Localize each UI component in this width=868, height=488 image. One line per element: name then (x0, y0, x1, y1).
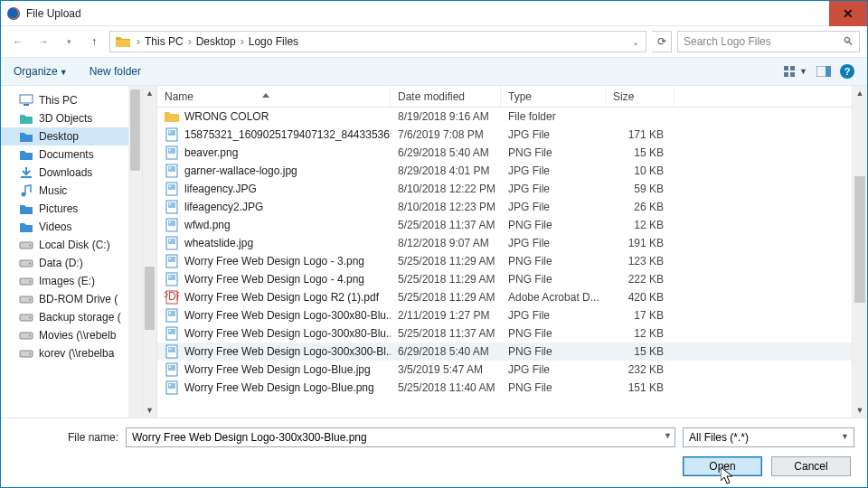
column-size[interactable]: Size (606, 86, 675, 107)
file-name: wfwd.png (184, 219, 231, 231)
file-row[interactable]: wheatslide.jpg 8/12/2018 9:07 AM JPG Fil… (157, 234, 867, 252)
tree-item[interactable]: Music (1, 182, 142, 200)
file-name: garner-wallace-logo.jpg (184, 164, 297, 177)
breadcrumb-item[interactable]: Desktop (194, 35, 238, 48)
tree-item[interactable]: This PC (1, 91, 142, 109)
chevron-down-icon[interactable]: ▼ (664, 431, 672, 440)
breadcrumb-separator: › (134, 35, 143, 48)
tree-scrollbar[interactable] (128, 86, 142, 418)
file-type: PNG File (501, 345, 606, 358)
file-row[interactable]: Worry Free Web Design Logo-300x80-Blu...… (157, 306, 867, 324)
file-row[interactable]: Worry Free Web Design Logo-Blue.jpg 3/5/… (157, 361, 867, 379)
tree-item[interactable]: BD-ROM Drive ( (1, 290, 142, 308)
file-size: 59 KB (606, 183, 675, 195)
file-date: 8/29/2018 4:01 PM (391, 164, 501, 177)
column-name[interactable]: Name (157, 86, 391, 107)
tree-item-label: Data (D:) (39, 257, 83, 269)
breadcrumb-item[interactable]: This PC (143, 35, 185, 48)
svg-point-50 (169, 276, 171, 277)
cancel-button[interactable]: Cancel (771, 456, 851, 476)
file-name: Worry Free Web Design Logo-300x80-Blu... (184, 327, 391, 340)
file-row[interactable]: garner-wallace-logo.jpg 8/29/2018 4:01 P… (157, 162, 867, 180)
file-row[interactable]: 15875321_1609025179407132_8443353658... … (157, 126, 867, 144)
file-row[interactable]: PDFWorry Free Web Design Logo R2 (1).pdf… (157, 288, 867, 306)
tree-item[interactable]: Data (D:) (1, 254, 142, 272)
svg-rect-49 (168, 275, 175, 280)
file-size: 232 KB (606, 363, 675, 376)
file-date: 2/11/2019 1:27 PM (391, 309, 501, 322)
file-size: 191 KB (606, 237, 675, 249)
svg-point-26 (169, 131, 171, 133)
tree-item[interactable]: Images (E:) (1, 272, 142, 290)
preview-pane-button[interactable] (816, 66, 831, 77)
tree-item[interactable]: Backup storage ( (1, 308, 142, 326)
file-row[interactable]: Worry Free Web Design Logo - 3.png 5/25/… (157, 252, 867, 270)
file-row[interactable]: Worry Free Web Design Logo-300x80-Blu...… (157, 324, 867, 343)
nav-tree[interactable]: This PC3D ObjectsDesktopDocumentsDownloa… (1, 86, 143, 418)
up-button[interactable]: ↑ (84, 32, 104, 52)
file-name: Worry Free Web Design Logo-Blue.png (184, 381, 374, 394)
file-date: 8/19/2018 9:16 AM (391, 110, 501, 123)
svg-rect-2 (790, 66, 795, 70)
breadcrumb-item[interactable]: Logo Files (247, 35, 300, 48)
breadcrumb-bar[interactable]: › This PC › Desktop › Logo Files ⌄ (109, 31, 646, 52)
search-input[interactable]: Search Logo Files 🔍︎ (677, 31, 860, 52)
back-button[interactable]: ← (8, 32, 28, 52)
tree-item[interactable]: 3D Objects (1, 109, 142, 127)
file-name: lifeagency.JPG (184, 183, 257, 195)
close-button[interactable]: ✕ (829, 1, 867, 26)
file-name: Worry Free Web Design Logo-300x300-Bl... (184, 345, 391, 358)
tree-item-label: Pictures (39, 202, 78, 215)
filetype-filter[interactable]: All Files (*.*)▼ (683, 427, 854, 447)
file-row[interactable]: wfwd.png 5/25/2018 11:37 AM PNG File 12 … (157, 216, 867, 234)
file-name: Worry Free Web Design Logo - 4.png (184, 273, 364, 286)
forward-button[interactable]: → (33, 32, 53, 52)
file-size: 10 KB (606, 164, 675, 177)
organize-menu[interactable]: Organize▼ (14, 65, 68, 78)
help-button[interactable]: ? (840, 64, 854, 79)
left-scrollbar[interactable]: ▲▼ (143, 86, 157, 418)
tree-item[interactable]: Desktop (1, 127, 142, 145)
svg-rect-25 (168, 130, 175, 136)
file-size: 17 KB (606, 309, 675, 322)
file-size: 12 KB (606, 219, 675, 231)
file-row[interactable]: lifeagency2.JPG 8/10/2018 12:23 PM JPG F… (157, 198, 867, 216)
tree-item[interactable]: Videos (1, 218, 142, 236)
folder-icon (116, 35, 130, 48)
file-scrollbar[interactable]: ▲▼ (852, 86, 867, 418)
view-menu[interactable]: ▼ (783, 65, 807, 78)
svg-rect-7 (20, 95, 33, 103)
svg-point-58 (169, 330, 171, 332)
tree-item-label: Images (E:) (39, 275, 95, 287)
chevron-down-icon[interactable]: ▼ (841, 432, 849, 441)
svg-rect-1 (784, 66, 788, 70)
column-type[interactable]: Type (501, 86, 606, 107)
svg-point-0 (7, 7, 20, 20)
refresh-button[interactable]: ⟳ (652, 31, 672, 52)
tree-item[interactable]: Downloads (1, 164, 142, 182)
file-type: JPG File (501, 363, 606, 376)
tree-item[interactable]: Pictures (1, 200, 142, 218)
column-headers: Name Date modified Type Size (143, 86, 867, 108)
file-row[interactable]: beaver.png 6/29/2018 5:40 AM PNG File 15… (157, 144, 867, 162)
file-name: Worry Free Web Design Logo-300x80-Blu... (184, 309, 391, 322)
file-row[interactable]: lifeagency.JPG 8/10/2018 12:22 PM JPG Fi… (157, 180, 867, 198)
open-button[interactable]: Open (683, 456, 762, 476)
recent-dropdown[interactable]: ▾ (59, 32, 79, 52)
tree-item[interactable]: Documents (1, 145, 142, 164)
new-folder-button[interactable]: New folder (90, 65, 141, 78)
filename-input[interactable]: Worry Free Web Design Logo-300x300-Blue.… (126, 427, 675, 447)
file-type: PNG File (501, 255, 606, 267)
chevron-down-icon[interactable]: ⌄ (629, 37, 642, 47)
tree-item[interactable]: Movies (\\rebelb (1, 326, 142, 344)
column-date[interactable]: Date modified (391, 86, 501, 107)
tree-item-label: 3D Objects (39, 112, 92, 125)
file-row[interactable]: Worry Free Web Design Logo-300x300-Bl...… (157, 343, 867, 361)
file-date: 8/10/2018 12:23 PM (391, 201, 501, 213)
file-row[interactable]: Worry Free Web Design Logo-Blue.png 5/25… (157, 379, 867, 397)
tree-item[interactable]: Local Disk (C:) (1, 236, 142, 254)
file-row[interactable]: Worry Free Web Design Logo - 4.png 5/25/… (157, 270, 867, 288)
tree-item[interactable]: korev (\\rebelba (1, 344, 142, 362)
file-row[interactable]: WRONG COLOR 8/19/2018 9:16 AM File folde… (157, 108, 867, 126)
titlebar: File Upload ✕ (1, 1, 867, 26)
